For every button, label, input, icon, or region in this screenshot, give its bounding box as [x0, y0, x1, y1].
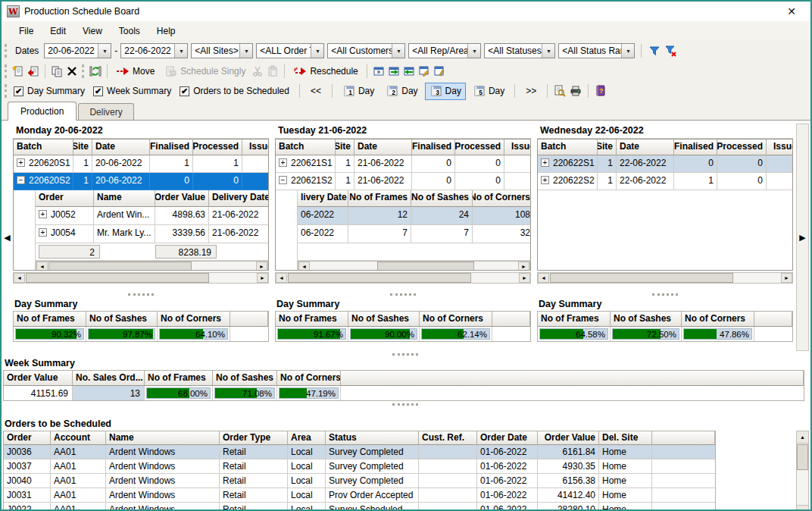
move-button[interactable]: Move [112, 63, 158, 80]
orders-vertical-scrollbar[interactable]: ▲▼ [796, 431, 809, 509]
chevron-down-icon[interactable]: ▼ [174, 44, 187, 58]
5-day-button[interactable]: 5Day [468, 83, 509, 100]
table-row[interactable]: +J0054Mr. Mark Ly...3339.5621-06-2022 [36, 225, 268, 243]
chevron-down-icon[interactable]: ▼ [621, 44, 634, 58]
collapse-right-icon[interactable]: ▶ [796, 124, 809, 351]
scroll-left-icon[interactable]: ◄ [36, 262, 48, 271]
scroll-right-icon[interactable]: ► [256, 262, 267, 271]
splitter-handle[interactable] [128, 293, 154, 296]
reschedule-button[interactable]: Reschedule [289, 63, 361, 80]
scroll-thumb[interactable] [26, 273, 209, 283]
customers-dropdown[interactable]: <All Customers>▼ [327, 43, 405, 58]
checkbox-icon[interactable]: ✔ [180, 86, 189, 96]
child-horizontal-scrollbar[interactable]: ◄► [36, 261, 268, 271]
child-horizontal-scrollbar[interactable]: ◄► [298, 261, 530, 271]
table-row[interactable]: 06-20227732 [298, 225, 530, 243]
chevron-down-icon[interactable]: ▼ [542, 44, 554, 58]
scroll-right-icon[interactable]: ► [519, 273, 530, 283]
panel-horizontal-scrollbar[interactable]: ◄► [13, 272, 269, 284]
statuses-dropdown[interactable]: <All Statuses>▼ [484, 43, 555, 58]
expander-icon[interactable]: + [541, 176, 549, 184]
menu-tools[interactable]: Tools [111, 24, 148, 39]
table-row[interactable]: +220621S1121-06-2022000 [276, 155, 530, 173]
scroll-right-icon[interactable]: ► [518, 262, 529, 271]
date-to-dropdown[interactable]: 22-06-2022▼ [120, 43, 188, 58]
sites-dropdown[interactable]: <All Sites>▼ [191, 43, 253, 58]
help-icon[interactable]: ? [594, 85, 607, 98]
panel-horizontal-scrollbar[interactable]: ◄► [537, 272, 793, 284]
scroll-thumb[interactable] [288, 273, 471, 283]
copy-icon[interactable] [50, 65, 64, 78]
rep-area-dropdown[interactable]: <All Rep/Area>▼ [408, 43, 481, 58]
chevron-down-icon[interactable]: ▼ [467, 44, 480, 58]
status-range-dropdown[interactable]: <All Status Range▼ [558, 43, 635, 58]
table-row[interactable]: +J0052Ardent Win...4898.6321-06-2022 [36, 207, 268, 225]
date-from-dropdown[interactable]: 20-06-2022▼ [44, 43, 111, 58]
order-type-dropdown[interactable]: <ALL Order Typ▼ [256, 43, 324, 58]
splitter-handle[interactable] [392, 403, 418, 406]
order-row[interactable]: J0031AA01Ardent WindowsRetailLocalProv O… [4, 488, 715, 503]
new-batch-icon[interactable] [11, 65, 25, 78]
checkbox-week-summary[interactable]: ✔Week Summary [92, 86, 176, 96]
move-icon[interactable] [116, 65, 130, 78]
table-row[interactable]: 06-20221224108 [298, 207, 530, 225]
print-icon[interactable] [569, 85, 582, 98]
open-batch-icon[interactable] [27, 65, 40, 78]
toolbar-grip[interactable] [82, 64, 85, 78]
menu-edit[interactable]: Edit [42, 24, 74, 39]
chevron-down-icon[interactable]: ▼ [239, 44, 252, 58]
chevron-down-icon[interactable]: ▼ [98, 44, 111, 58]
order-row[interactable]: J0036AA01Ardent WindowsRetailLocalSurvey… [4, 445, 715, 459]
expander-icon[interactable]: + [17, 158, 25, 167]
2-day-button[interactable]: 2Day [381, 83, 422, 100]
scroll-up-icon[interactable]: ▲ [797, 431, 808, 444]
1-day-button[interactable]: 1Day [338, 83, 379, 100]
table-row[interactable]: +220620S1120-06-2022111 [14, 155, 268, 173]
scroll-thumb[interactable] [797, 444, 808, 470]
table-row[interactable]: −220620S2120-06-2022000 [14, 173, 268, 190]
menu-view[interactable]: View [74, 24, 111, 39]
scroll-thumb[interactable] [377, 262, 474, 271]
toolbar-grip[interactable] [5, 84, 8, 98]
checkbox-icon[interactable]: ✔ [14, 86, 23, 96]
splitter-handle[interactable] [392, 353, 418, 356]
table-row[interactable]: +220622S1122-06-2022000 [538, 155, 792, 173]
scroll-thumb[interactable] [550, 273, 733, 283]
panel-horizontal-scrollbar[interactable]: ◄► [275, 272, 531, 284]
scroll-left-icon[interactable]: ◄ [298, 262, 310, 271]
toolbar-grip[interactable] [5, 44, 8, 58]
splitter-handle[interactable] [652, 293, 678, 296]
expander-icon[interactable]: + [39, 210, 47, 218]
close-button[interactable]: ✕ [779, 5, 804, 17]
expander-icon[interactable]: + [279, 158, 287, 167]
scroll-right-icon[interactable]: ► [781, 273, 792, 283]
scroll-left-icon[interactable]: ◄ [538, 273, 549, 283]
next-days-button[interactable]: >> [520, 84, 542, 98]
scroll-thumb[interactable] [48, 262, 192, 271]
order-row[interactable]: J0040AA01Ardent WindowsRetailLocalSurvey… [4, 474, 715, 488]
filter-icon[interactable] [648, 45, 661, 58]
prev-days-button[interactable]: << [305, 84, 326, 98]
preview-icon[interactable] [553, 85, 567, 98]
expander-icon[interactable]: − [279, 176, 287, 184]
expander-icon[interactable]: − [17, 176, 25, 184]
delete-icon[interactable] [65, 65, 79, 78]
move-next-icon[interactable] [387, 65, 401, 78]
scroll-left-icon[interactable]: ◄ [14, 273, 25, 283]
toolbar-grip[interactable] [5, 64, 8, 78]
reschedule-icon[interactable] [293, 65, 307, 78]
scroll-left-icon[interactable]: ◄ [276, 273, 287, 283]
move-prev-icon[interactable] [402, 65, 416, 78]
expander-icon[interactable]: + [541, 158, 549, 167]
checkbox-day-summary[interactable]: ✔Day Summary [12, 86, 89, 96]
menu-help[interactable]: Help [148, 24, 184, 39]
checkbox-icon[interactable]: ✔ [93, 86, 103, 96]
show-window-icon[interactable] [372, 65, 386, 78]
chevron-down-icon[interactable]: ▼ [311, 44, 323, 58]
tab-production[interactable]: Production [8, 102, 77, 121]
scroll-down-icon[interactable]: ▼ [797, 505, 808, 509]
3-day-button[interactable]: 3Day [425, 83, 466, 100]
order-row[interactable]: J0022AA01Ardent WindowsRetailLocalSurvey… [4, 503, 715, 509]
filter-clear-icon[interactable] [664, 45, 678, 58]
order-row[interactable]: J0037AA01Ardent WindowsRetailLocalSurvey… [4, 459, 715, 474]
